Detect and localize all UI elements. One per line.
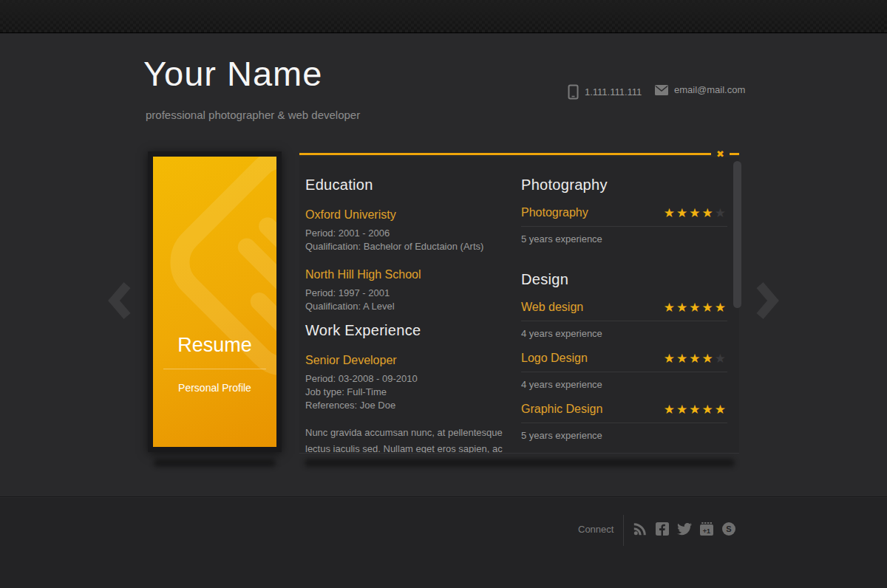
- skill-group-heading: Design: [521, 271, 727, 288]
- star-rating: ★★★★★: [664, 352, 727, 365]
- contact-phone: 1.111.111.111: [568, 84, 642, 100]
- profile-paragraph: Nunc gravida accumsan nunc, at pellentes…: [305, 425, 518, 454]
- resume-details-column: Education Oxford UniveristyPeriod: 2001 …: [305, 168, 518, 454]
- star-filled-icon: ★: [676, 205, 689, 220]
- skill-group-heading: Photography: [521, 177, 727, 194]
- skill-separator: [521, 321, 727, 321]
- skype-icon[interactable]: S: [721, 522, 736, 536]
- star-filled-icon: ★: [664, 402, 676, 417]
- work-heading: Work Experience: [305, 322, 518, 339]
- skill-experience: 4 years experience: [521, 328, 727, 339]
- skill-name-link[interactable]: Graphic Design: [521, 403, 602, 416]
- star-filled-icon: ★: [715, 453, 727, 454]
- skill-name-link[interactable]: Web design: [521, 301, 583, 314]
- skills-groups: PhotographyPhotography★★★★★5 years exper…: [521, 177, 727, 454]
- entry-title-link[interactable]: Senior Developer: [305, 354, 518, 367]
- carousel-prev-button[interactable]: [108, 281, 132, 320]
- twitter-icon[interactable]: [677, 522, 692, 536]
- star-filled-icon: ★: [664, 351, 676, 366]
- carbon-texture-bar: [0, 0, 887, 33]
- skill-row: Web design★★★★★4 years experience: [521, 301, 727, 339]
- facebook-icon[interactable]: [655, 522, 670, 536]
- star-empty-icon: ★: [715, 205, 727, 220]
- star-filled-icon: ★: [676, 300, 689, 315]
- card-subtitle: Personal Profile: [153, 382, 276, 394]
- page-tagline: professional photographer & web develope…: [146, 109, 360, 121]
- skill-group: DesignWeb design★★★★★4 years experienceL…: [521, 271, 727, 454]
- skill-separator: [521, 226, 727, 227]
- card-divider: [163, 369, 266, 369]
- carousel-next-button[interactable]: [755, 281, 779, 320]
- rss-icon[interactable]: [633, 522, 648, 536]
- svg-text:+1: +1: [703, 527, 710, 535]
- contact-email: email@mail.com: [655, 84, 745, 95]
- card-shadow: [154, 459, 276, 467]
- entry-detail: Qualification: A Level: [305, 300, 518, 313]
- education-heading: Education: [305, 177, 518, 194]
- resume-entry: North Hill High SchoolPeriod: 1997 - 200…: [305, 268, 518, 313]
- entry-detail: Job type: Full-Time: [305, 386, 518, 399]
- star-filled-icon: ★: [702, 453, 715, 454]
- skill-row: Graphic Design★★★★★5 years experience: [521, 403, 727, 441]
- star-filled-icon: ★: [664, 300, 676, 315]
- entry-detail: References: Joe Doe: [305, 399, 518, 412]
- star-filled-icon: ★: [702, 351, 715, 366]
- star-filled-icon: ★: [689, 402, 701, 417]
- skill-experience: 5 years experience: [521, 430, 727, 441]
- entry-title-link[interactable]: Oxford Univeristy: [305, 208, 518, 222]
- phone-number: 1.111.111.111: [585, 86, 642, 98]
- envelope-icon: [655, 85, 668, 95]
- skill-separator: [521, 372, 727, 372]
- education-list: Oxford UniveristyPeriod: 2001 - 2006Qual…: [305, 208, 518, 313]
- work-list: Senior DeveloperPeriod: 03-2008 - 09-201…: [305, 354, 518, 412]
- entry-detail: Period: 03-2008 - 09-2010: [305, 372, 518, 386]
- panel-scrollbar-thumb[interactable]: [733, 161, 741, 308]
- panel-content: Education Oxford UniveristyPeriod: 2001 …: [299, 157, 739, 454]
- star-filled-icon: ★: [702, 300, 715, 315]
- star-filled-icon: ★: [676, 402, 689, 417]
- skill-name-link[interactable]: Photography: [521, 206, 588, 219]
- email-address: email@mail.com: [674, 84, 745, 95]
- star-rating: ★★★★★: [664, 207, 727, 219]
- resume-entry: Oxford UniveristyPeriod: 2001 - 2006Qual…: [305, 208, 518, 253]
- skill-row: Photography★★★★★5 years experience: [521, 206, 727, 245]
- chevron-left-icon: [108, 281, 132, 320]
- resume-panel: ✖ Education Oxford UniveristyPeriod: 200…: [299, 145, 739, 454]
- entry-detail: Period: 1997 - 2001: [305, 287, 518, 300]
- skill-row: Logo Design★★★★★4 years experience: [521, 352, 727, 390]
- star-filled-icon: ★: [689, 453, 701, 454]
- entry-detail: Qualification: Bachelor of Eductaion (Ar…: [305, 240, 518, 253]
- mobile-phone-icon: [568, 84, 579, 100]
- star-filled-icon: ★: [715, 300, 727, 315]
- star-filled-icon: ★: [702, 402, 715, 417]
- star-filled-icon: ★: [702, 205, 715, 220]
- skill-experience: 4 years experience: [521, 379, 727, 390]
- connect-label: Connect: [578, 524, 614, 535]
- googleplus-icon[interactable]: +1: [699, 522, 714, 536]
- svg-text:S: S: [726, 524, 731, 533]
- star-filled-icon: ★: [664, 205, 676, 220]
- skill-group: PhotographyPhotography★★★★★5 years exper…: [521, 177, 727, 245]
- star-filled-icon: ★: [676, 453, 689, 454]
- entry-title-link[interactable]: North Hill High School: [305, 268, 518, 281]
- star-filled-icon: ★: [689, 205, 701, 220]
- star-filled-icon: ★: [664, 453, 676, 454]
- star-filled-icon: ★: [676, 351, 689, 366]
- page-title: Your Name: [143, 53, 322, 94]
- star-filled-icon: ★: [689, 300, 701, 315]
- star-empty-icon: ★: [715, 351, 727, 366]
- entry-detail: Period: 2001 - 2006: [305, 227, 518, 240]
- skills-column: PhotographyPhotography★★★★★5 years exper…: [521, 168, 727, 454]
- skill-separator: [521, 423, 727, 423]
- panel-shadow: [305, 459, 735, 467]
- skill-name-link[interactable]: Logo Design: [521, 352, 588, 365]
- star-filled-icon: ★: [715, 402, 727, 417]
- star-rating: ★★★★★: [664, 403, 727, 416]
- chevron-right-icon: [755, 281, 779, 320]
- footer: Connect +1S: [0, 496, 887, 588]
- footer-divider: [623, 515, 624, 546]
- skill-experience: 5 years experience: [521, 233, 727, 245]
- resume-card[interactable]: Resume Personal Profile: [148, 151, 282, 452]
- star-filled-icon: ★: [689, 351, 701, 366]
- resume-card-face: Resume Personal Profile: [153, 157, 276, 447]
